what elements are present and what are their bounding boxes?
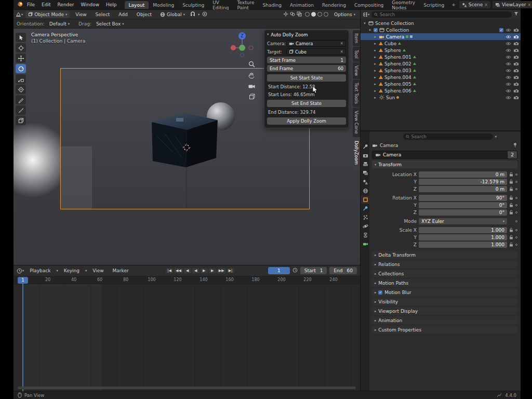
panel-delta-transform[interactable]: ▸Delta Transform <box>372 251 517 259</box>
location-z-field[interactable]: 0 m <box>419 186 507 192</box>
drag-mode-dropdown[interactable]: Select Box ▾ <box>94 20 127 28</box>
timeline-scrollbar[interactable] <box>18 387 356 389</box>
hide-eye-icon[interactable] <box>506 62 511 66</box>
play-reverse-button[interactable]: ◀ <box>192 268 200 273</box>
menu-select[interactable]: Select <box>92 11 113 18</box>
next-keyframe-button[interactable]: ▶▶ <box>217 268 226 273</box>
workspace-tab-shading[interactable]: Shading <box>258 1 286 9</box>
show-gizmo-icon[interactable] <box>283 11 288 18</box>
tool-cursor[interactable] <box>16 43 26 52</box>
workspace-tab-animation[interactable]: Animation <box>286 1 318 9</box>
sidebar-tab-tool[interactable]: Tool <box>353 47 360 62</box>
breadcrumb-label[interactable]: Camera <box>380 143 398 148</box>
disable-render-icon[interactable] <box>513 68 519 73</box>
outliner-row-scene-collection[interactable]: ▾ Scene Collection <box>361 20 521 26</box>
tab-constraints[interactable] <box>361 231 369 239</box>
sidebar-tab-item[interactable]: Item <box>353 30 360 46</box>
scale-y-field[interactable]: 1.000 <box>419 234 507 241</box>
properties-search[interactable] <box>403 134 493 140</box>
menu-add[interactable]: Add <box>115 11 130 18</box>
add-workspace-button[interactable]: + <box>448 2 459 7</box>
show-overlays-icon[interactable] <box>290 11 295 18</box>
panel-collapse-icon[interactable]: ▾ <box>267 32 269 37</box>
panel-motion-blur[interactable]: ▸✓Motion Blur <box>372 288 517 296</box>
clear-camera-icon[interactable]: × <box>340 41 343 46</box>
rotation-z-field[interactable]: 0° <box>419 209 507 216</box>
lock-icon[interactable] <box>509 172 513 177</box>
sidebar-tab-view-cone[interactable]: View Cone <box>353 108 360 137</box>
workspace-tab-modeling[interactable]: Modeling <box>149 1 178 9</box>
sidebar-tab-text-tools[interactable]: Text Tools <box>353 79 360 107</box>
animate-decorator[interactable] <box>515 211 517 214</box>
tool-rotate[interactable] <box>16 64 26 73</box>
shading-rendered-icon[interactable] <box>324 12 328 17</box>
tool-measure[interactable] <box>16 105 26 115</box>
animate-decorator[interactable] <box>515 244 517 246</box>
tab-output[interactable] <box>361 161 369 168</box>
panel-animation[interactable]: ▸Animation <box>372 316 517 324</box>
workspace-tab-compositing[interactable]: Compositing <box>350 1 388 9</box>
hide-eye-icon[interactable] <box>506 89 511 93</box>
transform-panel-header[interactable]: ▾ Transform <box>372 161 517 168</box>
menu-object[interactable]: Object <box>134 11 155 18</box>
sidebar-tab-view[interactable]: View <box>353 62 360 79</box>
outliner-row-sphere-001[interactable]: ▸ Sphere.001 <box>361 54 521 60</box>
menu-view[interactable]: View <box>72 11 89 18</box>
hide-eye-icon[interactable] <box>506 96 511 100</box>
lock-icon[interactable] <box>509 210 513 215</box>
workspace-tab-layout[interactable]: Layout <box>125 1 149 9</box>
workspace-tab-scripting[interactable]: Scripting <box>419 1 448 9</box>
jump-start-button[interactable]: |◀ <box>166 268 173 273</box>
view-layer-unlink-icon[interactable]: × <box>527 3 531 7</box>
outliner-row-cube[interactable]: ▸ Cube <box>361 40 521 47</box>
lock-icon[interactable] <box>509 195 513 200</box>
end-frame-field[interactable]: End Frame 60 <box>267 65 346 72</box>
outliner-row-sphere-002[interactable]: ▸ Sphere.002 <box>361 60 521 67</box>
prev-keyframe-button[interactable]: ◀◀ <box>174 268 183 273</box>
snap-dropdown[interactable]: ▾ <box>198 12 200 17</box>
zoom-icon[interactable] <box>248 61 255 69</box>
rotation-x-field[interactable]: 90° <box>419 195 507 201</box>
tab-modifiers[interactable] <box>361 205 369 212</box>
tool-scale[interactable] <box>16 74 26 84</box>
ortho-toggle-icon[interactable] <box>249 94 255 101</box>
menu-keying[interactable]: Keying <box>61 267 83 274</box>
pin-icon[interactable] <box>513 142 517 149</box>
outliner-row-sphere[interactable]: ▸ Sphere <box>361 47 521 54</box>
end-frame-range-field[interactable]: End 60 <box>329 267 357 274</box>
set-end-state-button[interactable]: Set End State <box>267 100 346 107</box>
animate-decorator[interactable] <box>515 229 517 231</box>
animate-decorator[interactable] <box>515 197 517 199</box>
shading-solid-icon[interactable] <box>311 12 316 17</box>
menu-file[interactable]: File <box>24 1 38 8</box>
tab-object[interactable] <box>361 196 369 204</box>
tool-add-cube[interactable] <box>16 116 26 125</box>
disable-render-icon[interactable] <box>513 48 519 52</box>
tab-particles[interactable] <box>361 214 369 221</box>
hide-eye-icon[interactable] <box>506 28 511 32</box>
transform-orientation-dropdown[interactable]: Global ▾ <box>157 11 188 18</box>
panel-visibility[interactable]: ▸Visibility <box>372 298 517 305</box>
tool-move[interactable] <box>16 54 26 63</box>
tool-annotate[interactable] <box>16 95 26 104</box>
hide-eye-icon[interactable] <box>506 48 511 52</box>
animate-decorator[interactable] <box>515 236 517 238</box>
outliner-row-sphere-003[interactable]: ▸ Sphere.003 <box>361 67 521 74</box>
hide-eye-icon[interactable] <box>506 75 511 79</box>
disable-render-icon[interactable] <box>513 28 519 32</box>
outliner-row-camera[interactable]: ▸ Camera <box>361 33 521 40</box>
panel-custom-properties[interactable]: ▸Custom Properties <box>372 326 517 334</box>
blender-logo-icon[interactable] <box>16 1 23 8</box>
tab-tool[interactable] <box>361 143 369 151</box>
disable-render-icon[interactable] <box>513 55 519 59</box>
lock-icon[interactable] <box>509 228 513 232</box>
location-x-field[interactable]: 0 m <box>419 171 507 178</box>
panel-collections[interactable]: ▸Collections <box>372 270 517 277</box>
tab-physics[interactable] <box>361 222 369 230</box>
disable-render-icon[interactable] <box>513 82 519 86</box>
camera-id-field[interactable]: Camera × <box>286 40 346 47</box>
lock-icon[interactable] <box>509 242 513 247</box>
timeline-tracks[interactable] <box>14 284 360 391</box>
outliner-row-sphere-005[interactable]: ▸ Sphere.005 <box>361 81 521 87</box>
menu-marker[interactable]: Marker <box>110 267 132 274</box>
